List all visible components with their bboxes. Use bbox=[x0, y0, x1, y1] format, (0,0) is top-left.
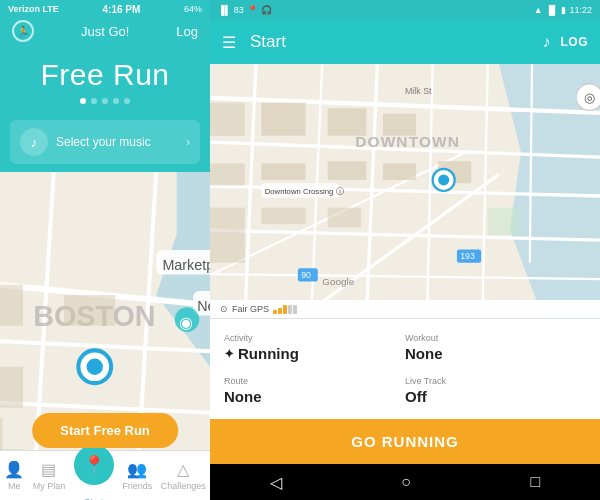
toolbar-music-icon[interactable]: ♪ bbox=[543, 33, 551, 51]
left-panel: Verizon LTE 4:16 PM 64% 🏃 Just Go! Log F… bbox=[0, 0, 210, 500]
ios-map: BOSTON Marketplace New En... ◉ Start Fre… bbox=[0, 172, 210, 500]
recents-button[interactable]: □ bbox=[531, 473, 541, 491]
svg-text:Marketplace: Marketplace bbox=[162, 257, 210, 273]
music-label: Select your music bbox=[56, 135, 178, 149]
tab-start-label: Start bbox=[84, 497, 103, 501]
android-toolbar: ☰ Start ♪ LOG bbox=[210, 20, 600, 64]
start-free-run-button[interactable]: Start Free Run bbox=[32, 413, 178, 448]
tab-friends[interactable]: 👥 Friends bbox=[122, 460, 152, 491]
android-nav-bar: ◁ ○ □ bbox=[210, 464, 600, 500]
svg-text:Milk St: Milk St bbox=[405, 86, 432, 96]
svg-text:◉: ◉ bbox=[179, 313, 193, 331]
location-icon: 📍 bbox=[247, 5, 258, 15]
gps-status-bar: ⊙ Fair GPS bbox=[210, 300, 600, 318]
chevron-right-icon: › bbox=[186, 135, 190, 149]
live-track-value: Off bbox=[405, 388, 586, 405]
status-left: ▐▌ 83 📍 🎧 bbox=[218, 5, 272, 15]
home-button[interactable]: ○ bbox=[401, 473, 411, 491]
workout-label: Workout bbox=[405, 333, 586, 343]
svg-text:Downtown Crossing ⓘ: Downtown Crossing ⓘ bbox=[265, 187, 344, 196]
tab-my-plan[interactable]: ▤ My Plan bbox=[33, 460, 66, 491]
wifi-icon: ▲ bbox=[534, 5, 543, 15]
activity-value: ✦ Running bbox=[224, 345, 405, 362]
svg-rect-44 bbox=[210, 103, 245, 136]
tab-me-label: Me bbox=[8, 481, 21, 491]
activity-cell: Activity ✦ Running bbox=[224, 329, 405, 366]
dot-5 bbox=[124, 98, 130, 104]
free-run-title: Free Run bbox=[0, 58, 210, 92]
svg-point-15 bbox=[87, 359, 103, 375]
svg-text:◎: ◎ bbox=[584, 90, 595, 105]
signal-icon: ▐▌ bbox=[546, 5, 559, 15]
back-button[interactable]: ◁ bbox=[270, 473, 282, 492]
android-status-bar: ▐▌ 83 📍 🎧 ▲ ▐▌ ▮ 11:22 bbox=[210, 0, 600, 20]
gps-text: Fair GPS bbox=[232, 304, 269, 314]
svg-rect-9 bbox=[0, 285, 23, 326]
ios-log-link[interactable]: Log bbox=[176, 24, 198, 39]
carrier-text: Verizon LTE bbox=[8, 4, 59, 14]
battery-icon: ▮ bbox=[561, 5, 566, 15]
ios-header: 🏃 Just Go! Log bbox=[0, 18, 210, 48]
music-selector[interactable]: ♪ Select your music › bbox=[10, 120, 200, 164]
menu-icon[interactable]: ☰ bbox=[222, 33, 236, 52]
svg-rect-41 bbox=[328, 161, 367, 180]
signal-bar-5 bbox=[293, 305, 297, 314]
tab-challenges[interactable]: △ Challenges bbox=[161, 460, 206, 491]
svg-text:Google: Google bbox=[322, 276, 354, 287]
plan-icon: ▤ bbox=[41, 460, 56, 479]
start-icon: 📍 bbox=[83, 454, 105, 476]
android-map: DOWNTOWN Milk St ◎ Downtown Crossing ⓘ G… bbox=[210, 64, 600, 318]
status-right: ▲ ▐▌ ▮ 11:22 bbox=[534, 5, 592, 15]
tab-start[interactable]: 📍 Start bbox=[74, 445, 114, 501]
gps-signal-bars bbox=[273, 305, 297, 314]
start-tab-circle: 📍 bbox=[74, 445, 114, 485]
workout-value: None bbox=[405, 345, 586, 362]
route-label: Route bbox=[224, 376, 405, 386]
svg-rect-42 bbox=[383, 163, 416, 180]
route-value: None bbox=[224, 388, 405, 405]
dot-4 bbox=[113, 98, 119, 104]
toolbar-title: Start bbox=[250, 32, 533, 52]
tab-challenges-label: Challenges bbox=[161, 481, 206, 491]
svg-rect-62 bbox=[488, 208, 521, 236]
go-running-button[interactable]: GO RUNNING bbox=[210, 419, 600, 464]
activity-text: Running bbox=[238, 345, 299, 362]
live-track-label: Live Track bbox=[405, 376, 586, 386]
headphone-icon: 🎧 bbox=[261, 5, 272, 15]
svg-point-52 bbox=[438, 174, 449, 185]
music-icon: ♪ bbox=[20, 128, 48, 156]
just-go-label: Just Go! bbox=[81, 24, 129, 39]
battery-pct: 64% bbox=[184, 4, 202, 14]
svg-rect-47 bbox=[261, 208, 305, 225]
live-track-cell: Live Track Off bbox=[405, 372, 586, 409]
dot-1 bbox=[80, 98, 86, 104]
svg-rect-13 bbox=[0, 367, 23, 408]
gps-icon: ⊙ bbox=[220, 304, 228, 314]
android-time: 11:22 bbox=[569, 5, 592, 15]
dot-3 bbox=[102, 98, 108, 104]
signal-bar-1 bbox=[273, 310, 277, 314]
ios-hero: Free Run bbox=[0, 48, 210, 112]
svg-rect-46 bbox=[210, 208, 245, 263]
friends-icon: 👥 bbox=[127, 460, 147, 479]
right-panel: ▐▌ 83 📍 🎧 ▲ ▐▌ ▮ 11:22 ☰ Start ♪ LOG bbox=[210, 0, 600, 500]
svg-rect-37 bbox=[261, 103, 305, 136]
toolbar-log-button[interactable]: LOG bbox=[561, 35, 589, 49]
route-cell: Route None bbox=[224, 372, 405, 409]
info-panel: Activity ✦ Running Workout None Route No… bbox=[210, 318, 600, 419]
signal-bar-4 bbox=[288, 305, 292, 314]
carousel-dots bbox=[0, 98, 210, 104]
tab-me[interactable]: 👤 Me bbox=[4, 460, 24, 491]
svg-rect-45 bbox=[210, 163, 245, 185]
svg-text:New En...: New En... bbox=[197, 298, 210, 314]
battery-indicator: 64% bbox=[184, 4, 202, 14]
tab-friends-label: Friends bbox=[122, 481, 152, 491]
svg-text:90: 90 bbox=[301, 270, 311, 280]
workout-cell: Workout None bbox=[405, 329, 586, 366]
ios-tab-bar: 👤 Me ▤ My Plan 📍 Start 👥 Friends △ Chall… bbox=[0, 450, 210, 500]
svg-rect-40 bbox=[261, 163, 305, 180]
activity-label: Activity bbox=[224, 333, 405, 343]
signal-bar-2 bbox=[278, 308, 282, 314]
ios-time: 4:16 PM bbox=[103, 4, 141, 15]
challenges-icon: △ bbox=[177, 460, 189, 479]
